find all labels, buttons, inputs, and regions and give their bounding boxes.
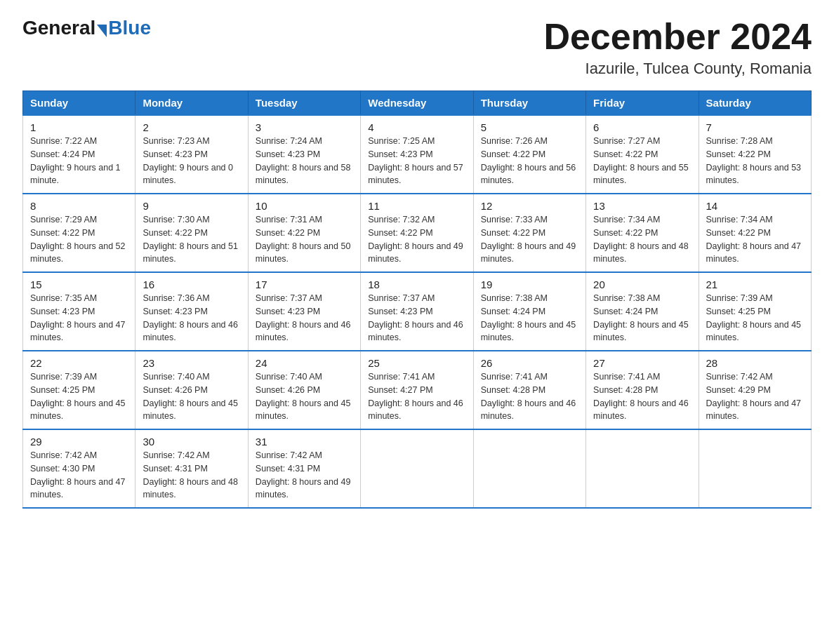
- day-info: Sunrise: 7:38 AMSunset: 4:24 PMDaylight:…: [593, 292, 691, 344]
- col-header-saturday: Saturday: [699, 91, 811, 116]
- day-number: 2: [143, 121, 240, 133]
- day-number: 11: [368, 200, 465, 212]
- day-info: Sunrise: 7:23 AMSunset: 4:23 PMDaylight:…: [143, 135, 240, 187]
- calendar-cell: 3Sunrise: 7:24 AMSunset: 4:23 PMDaylight…: [248, 115, 360, 194]
- day-number: 23: [143, 357, 240, 369]
- calendar-header-row: SundayMondayTuesdayWednesdayThursdayFrid…: [23, 91, 812, 116]
- day-info: Sunrise: 7:37 AMSunset: 4:23 PMDaylight:…: [256, 292, 353, 344]
- day-info: Sunrise: 7:42 AMSunset: 4:31 PMDaylight:…: [256, 449, 353, 502]
- day-info: Sunrise: 7:31 AMSunset: 4:22 PMDaylight:…: [256, 213, 353, 266]
- day-number: 17: [256, 279, 353, 290]
- calendar-cell: 8Sunrise: 7:29 AMSunset: 4:22 PMDaylight…: [23, 194, 135, 272]
- calendar-cell: 13Sunrise: 7:34 AMSunset: 4:22 PMDayligh…: [586, 194, 699, 272]
- day-info: Sunrise: 7:25 AMSunset: 4:23 PMDaylight:…: [368, 135, 465, 187]
- day-info: Sunrise: 7:29 AMSunset: 4:22 PMDaylight:…: [30, 213, 128, 266]
- day-info: Sunrise: 7:42 AMSunset: 4:30 PMDaylight:…: [30, 449, 128, 502]
- logo: General Blue: [22, 17, 151, 39]
- col-header-monday: Monday: [135, 91, 248, 116]
- calendar-cell: 6Sunrise: 7:27 AMSunset: 4:22 PMDaylight…: [586, 115, 699, 194]
- calendar-week-row: 22Sunrise: 7:39 AMSunset: 4:25 PMDayligh…: [23, 351, 812, 429]
- col-header-friday: Friday: [586, 91, 699, 116]
- calendar-cell: 20Sunrise: 7:38 AMSunset: 4:24 PMDayligh…: [586, 272, 699, 351]
- day-number: 24: [256, 357, 353, 369]
- page-header: General Blue December 2024 Iazurile, Tul…: [22, 17, 812, 78]
- day-number: 12: [481, 200, 578, 212]
- day-info: Sunrise: 7:28 AMSunset: 4:22 PMDaylight:…: [706, 135, 804, 187]
- day-number: 6: [593, 121, 691, 133]
- calendar-week-row: 8Sunrise: 7:29 AMSunset: 4:22 PMDaylight…: [23, 194, 812, 272]
- day-info: Sunrise: 7:22 AMSunset: 4:24 PMDaylight:…: [30, 135, 128, 187]
- calendar-cell: 31Sunrise: 7:42 AMSunset: 4:31 PMDayligh…: [248, 429, 360, 508]
- day-info: Sunrise: 7:24 AMSunset: 4:23 PMDaylight:…: [256, 135, 353, 187]
- calendar-cell: 4Sunrise: 7:25 AMSunset: 4:23 PMDaylight…: [361, 115, 473, 194]
- calendar-cell: 9Sunrise: 7:30 AMSunset: 4:22 PMDaylight…: [135, 194, 248, 272]
- day-number: 21: [706, 279, 804, 290]
- day-number: 29: [30, 436, 128, 448]
- day-number: 9: [143, 200, 240, 212]
- calendar-cell: 18Sunrise: 7:37 AMSunset: 4:23 PMDayligh…: [361, 272, 473, 351]
- day-info: Sunrise: 7:41 AMSunset: 4:28 PMDaylight:…: [593, 370, 691, 423]
- calendar-cell: 14Sunrise: 7:34 AMSunset: 4:22 PMDayligh…: [699, 194, 811, 272]
- day-number: 28: [706, 357, 804, 369]
- day-info: Sunrise: 7:39 AMSunset: 4:25 PMDaylight:…: [706, 292, 804, 344]
- logo-arrow-icon: [97, 25, 107, 37]
- day-info: Sunrise: 7:33 AMSunset: 4:22 PMDaylight:…: [481, 213, 578, 266]
- calendar-cell: [473, 429, 585, 508]
- day-number: 3: [256, 121, 353, 133]
- day-info: Sunrise: 7:37 AMSunset: 4:23 PMDaylight:…: [368, 292, 465, 344]
- day-info: Sunrise: 7:40 AMSunset: 4:26 PMDaylight:…: [143, 370, 240, 423]
- day-number: 7: [706, 121, 804, 133]
- calendar-cell: [586, 429, 699, 508]
- calendar-cell: 26Sunrise: 7:41 AMSunset: 4:28 PMDayligh…: [473, 351, 585, 429]
- calendar-cell: 2Sunrise: 7:23 AMSunset: 4:23 PMDaylight…: [135, 115, 248, 194]
- col-header-wednesday: Wednesday: [361, 91, 473, 116]
- day-info: Sunrise: 7:41 AMSunset: 4:28 PMDaylight:…: [481, 370, 578, 423]
- calendar-cell: 7Sunrise: 7:28 AMSunset: 4:22 PMDaylight…: [699, 115, 811, 194]
- day-number: 4: [368, 121, 465, 133]
- calendar-week-row: 15Sunrise: 7:35 AMSunset: 4:23 PMDayligh…: [23, 272, 812, 351]
- calendar-cell: 11Sunrise: 7:32 AMSunset: 4:22 PMDayligh…: [361, 194, 473, 272]
- day-info: Sunrise: 7:38 AMSunset: 4:24 PMDaylight:…: [481, 292, 578, 344]
- col-header-tuesday: Tuesday: [248, 91, 360, 116]
- calendar-cell: 10Sunrise: 7:31 AMSunset: 4:22 PMDayligh…: [248, 194, 360, 272]
- day-info: Sunrise: 7:34 AMSunset: 4:22 PMDaylight:…: [706, 213, 804, 266]
- calendar-cell: 1Sunrise: 7:22 AMSunset: 4:24 PMDaylight…: [23, 115, 135, 194]
- calendar-cell: 22Sunrise: 7:39 AMSunset: 4:25 PMDayligh…: [23, 351, 135, 429]
- day-info: Sunrise: 7:40 AMSunset: 4:26 PMDaylight:…: [256, 370, 353, 423]
- day-info: Sunrise: 7:36 AMSunset: 4:23 PMDaylight:…: [143, 292, 240, 344]
- calendar-cell: 23Sunrise: 7:40 AMSunset: 4:26 PMDayligh…: [135, 351, 248, 429]
- day-info: Sunrise: 7:27 AMSunset: 4:22 PMDaylight:…: [593, 135, 691, 187]
- day-info: Sunrise: 7:26 AMSunset: 4:22 PMDaylight:…: [481, 135, 578, 187]
- month-year-title: December 2024: [543, 17, 812, 57]
- day-number: 15: [30, 279, 128, 290]
- calendar-table: SundayMondayTuesdayWednesdayThursdayFrid…: [22, 90, 812, 509]
- day-number: 31: [256, 436, 353, 448]
- day-info: Sunrise: 7:42 AMSunset: 4:31 PMDaylight:…: [143, 449, 240, 502]
- calendar-cell: 27Sunrise: 7:41 AMSunset: 4:28 PMDayligh…: [586, 351, 699, 429]
- calendar-cell: [361, 429, 473, 508]
- calendar-cell: 25Sunrise: 7:41 AMSunset: 4:27 PMDayligh…: [361, 351, 473, 429]
- calendar-cell: 17Sunrise: 7:37 AMSunset: 4:23 PMDayligh…: [248, 272, 360, 351]
- day-info: Sunrise: 7:35 AMSunset: 4:23 PMDaylight:…: [30, 292, 128, 344]
- day-number: 14: [706, 200, 804, 212]
- day-number: 1: [30, 121, 128, 133]
- day-number: 8: [30, 200, 128, 212]
- calendar-cell: 28Sunrise: 7:42 AMSunset: 4:29 PMDayligh…: [699, 351, 811, 429]
- col-header-thursday: Thursday: [473, 91, 585, 116]
- day-number: 13: [593, 200, 691, 212]
- day-info: Sunrise: 7:42 AMSunset: 4:29 PMDaylight:…: [706, 370, 804, 423]
- calendar-cell: 30Sunrise: 7:42 AMSunset: 4:31 PMDayligh…: [135, 429, 248, 508]
- day-number: 18: [368, 279, 465, 290]
- day-info: Sunrise: 7:32 AMSunset: 4:22 PMDaylight:…: [368, 213, 465, 266]
- calendar-cell: 5Sunrise: 7:26 AMSunset: 4:22 PMDaylight…: [473, 115, 585, 194]
- day-number: 26: [481, 357, 578, 369]
- calendar-cell: 12Sunrise: 7:33 AMSunset: 4:22 PMDayligh…: [473, 194, 585, 272]
- day-number: 22: [30, 357, 128, 369]
- day-number: 19: [481, 279, 578, 290]
- calendar-cell: [699, 429, 811, 508]
- calendar-cell: 16Sunrise: 7:36 AMSunset: 4:23 PMDayligh…: [135, 272, 248, 351]
- day-number: 20: [593, 279, 691, 290]
- logo-blue-text: Blue: [108, 17, 151, 39]
- calendar-cell: 29Sunrise: 7:42 AMSunset: 4:30 PMDayligh…: [23, 429, 135, 508]
- day-info: Sunrise: 7:41 AMSunset: 4:27 PMDaylight:…: [368, 370, 465, 423]
